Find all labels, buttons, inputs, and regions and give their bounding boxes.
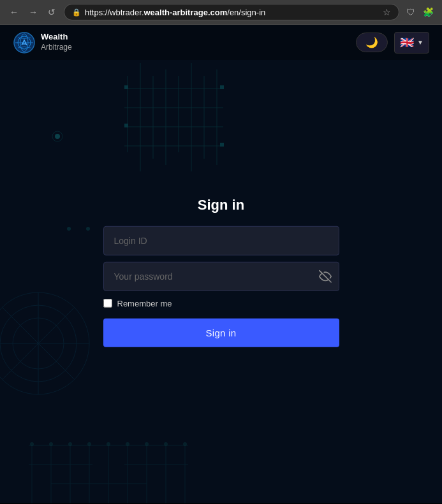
svg-rect-15 [220,143,224,147]
logo-icon [13,31,36,54]
signin-container: Sign in Remember me Sign in [103,196,339,347]
logo: Wealth Arbitrage [13,31,72,54]
shield-icon[interactable]: 🛡 [404,5,417,19]
svg-point-52 [183,442,187,446]
chevron-down-icon: ▼ [417,39,424,46]
top-nav: Wealth Arbitrage 🌙 🇬🇧 ▼ [0,25,442,60]
nav-buttons: ← → ↺ [6,6,59,18]
moon-icon: 🌙 [365,36,378,48]
svg-rect-14 [124,124,128,127]
remember-me-label: Remember me [117,298,172,308]
address-bar[interactable]: 🔒 https://wbtrader.wealth-arbitrage.com/… [64,4,399,20]
svg-rect-12 [124,85,128,89]
svg-point-49 [126,442,129,446]
svg-point-50 [145,442,149,446]
remember-me-row: Remember me [103,298,339,308]
signin-title: Sign in [103,196,339,213]
bookmark-icon[interactable]: ☆ [383,7,391,17]
extension-icon[interactable]: 🧩 [421,5,436,19]
svg-point-45 [49,442,53,446]
language-selector[interactable]: 🇬🇧 ▼ [394,32,429,54]
svg-point-47 [87,442,91,446]
lock-icon: 🔒 [72,8,81,17]
eye-slash-icon [319,270,332,282]
back-button[interactable]: ← [6,6,22,18]
login-id-group [103,226,339,255]
svg-point-17 [86,227,90,231]
nav-right: 🌙 🇬🇧 ▼ [356,32,429,54]
browser-toolbar: ← → ↺ 🔒 https://wbtrader.wealth-arbitrag… [0,0,442,24]
reload-button[interactable]: ↺ [45,6,59,18]
password-input[interactable] [103,261,339,291]
svg-rect-13 [220,85,224,89]
logo-text: Wealth Arbitrage [41,32,72,52]
svg-point-16 [67,227,71,231]
remember-me-checkbox[interactable] [103,299,112,308]
url-text: https://wbtrader.wealth-arbitrage.com/en… [85,8,376,17]
svg-point-51 [164,442,168,446]
page: Wealth Arbitrage 🌙 🇬🇧 ▼ Sign in [0,25,442,503]
forward-button[interactable]: → [26,6,41,18]
svg-point-44 [30,442,34,446]
signin-button[interactable]: Sign in [103,318,339,347]
password-toggle-button[interactable] [319,270,332,282]
browser-chrome: ← → ↺ 🔒 https://wbtrader.wealth-arbitrag… [0,0,442,25]
svg-point-53 [55,134,60,139]
svg-point-46 [68,442,72,446]
password-group [103,261,339,291]
toolbar-icons: 🛡 🧩 [404,5,436,19]
flag-icon: 🇬🇧 [400,36,414,50]
dark-mode-toggle[interactable]: 🌙 [356,32,388,52]
login-id-input[interactable] [103,226,339,255]
svg-point-48 [107,442,110,446]
